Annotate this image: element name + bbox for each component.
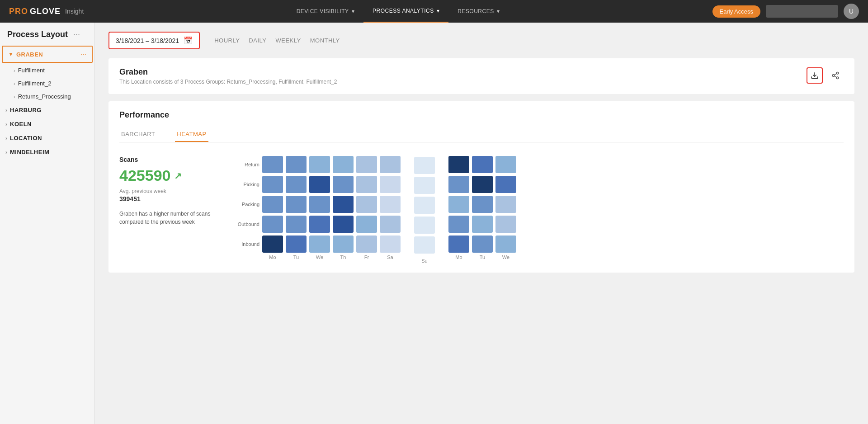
heatmap-row-su [414,157,435,254]
sidebar-header: Process Layout ··· [0,23,94,45]
group-name-harburg: HARBURG [10,107,89,113]
info-card-description: This Location consists of 3 Process Grou… [119,79,337,85]
info-card-actions [807,67,844,84]
performance-card: Performance BARCHART HEATMAP Scans 42559… [108,101,854,273]
heatmap-cell [472,156,493,173]
calendar-icon: 📅 [184,36,193,45]
heatmap-cell [380,216,401,233]
sidebar-item-returns-processing[interactable]: › Returns_Processing [14,90,94,103]
heatmap-cell [472,176,493,193]
tab-monthly[interactable]: MONTHLY [309,35,341,46]
scans-description: Graben has a higher number of scans comp… [119,210,219,226]
scans-value: 425590 ↗ [119,167,219,184]
heatmap-cell [286,216,307,233]
topnav: PROGLOVE Insight DEVICE VISIBILITY ▾ PRO… [0,0,868,23]
nav-process-analytics[interactable]: PROCESS ANALYTICS ▾ [363,0,448,23]
heatmap-row-outbound-w2 [448,216,516,233]
sidebar-title: Process Layout [7,30,68,39]
chevron-right-icon: › [5,121,7,127]
share-icon [831,71,840,80]
heatmap-cell [380,236,401,253]
heatmap-cell [495,156,516,173]
chart-tabs: BARCHART HEATMAP [119,127,844,142]
heatmap-cell [262,216,283,233]
date-picker[interactable]: 3/18/2021 – 3/18/2021 📅 [108,32,200,49]
heatmap-cell [356,176,377,193]
time-tabs: HOURLY DAILY WEEKLY MONTHLY [213,35,341,46]
chevron-right-icon: › [5,135,7,141]
sidebar-options-icon[interactable]: ··· [73,30,80,39]
group-name-mindelheim: MINDELHEIM [10,149,89,155]
group-options-icon[interactable]: ··· [80,50,86,58]
heatmap-cell [286,236,307,253]
svg-point-2 [832,75,835,77]
tab-daily[interactable]: DAILY [248,35,267,46]
heatmap-cell [262,156,283,173]
chart-content: Scans 425590 ↗ Avg. previous week 399451… [119,156,844,264]
heatmap-cell [448,156,469,173]
sidebar-group-koeln: › KOELN [0,117,94,131]
chevron-down-icon: ▼ [8,51,14,57]
tab-hourly[interactable]: HOURLY [213,35,241,46]
heatmap-cell [448,176,469,193]
nav-device-visibility[interactable]: DEVICE VISIBILITY ▾ [288,0,363,23]
sidebar-group-header-mindelheim[interactable]: › MINDELHEIM [0,145,94,159]
date-range-text: 3/18/2021 – 3/18/2021 [116,37,179,44]
search-bar[interactable] [766,5,838,18]
sidebar-group-header-location[interactable]: › LOCATION [0,131,94,145]
tab-heatmap[interactable]: HEATMAP [175,127,208,142]
early-access-button[interactable]: Early Access [712,5,760,18]
heatmap-cell [309,236,330,253]
sidebar-group-header-harburg[interactable]: › HARBURG [0,103,94,117]
heatmap-cell [448,236,469,253]
chevron-down-icon: ▾ [497,8,500,14]
heatmap-cell [333,176,354,193]
heatmap-sunday-col: Su [414,156,435,264]
share-button[interactable] [827,67,844,84]
sidebar-group-header-graben[interactable]: ▼ GRABEN ··· [2,46,93,63]
chevron-right-icon: › [14,68,15,73]
heatmap-cell [495,176,516,193]
avatar[interactable]: U [844,4,859,19]
heatmap-row-packing-w2 [448,196,516,213]
heatmap-cell [333,196,354,213]
heatmap-cell [286,176,307,193]
heatmap-label-picking: Picking [237,182,259,187]
sidebar-group-header-koeln[interactable]: › KOELN [0,117,94,131]
heatmap-cell [309,216,330,233]
scans-label: Scans [119,156,219,163]
chevron-right-icon: › [14,94,15,99]
heatmap-cell [309,196,330,213]
tab-barchart[interactable]: BARCHART [119,127,157,142]
tab-weekly[interactable]: WEEKLY [274,35,302,46]
heatmap-cell [309,176,330,193]
download-button[interactable] [807,67,823,84]
sidebar-group-graben: ▼ GRABEN ··· › Fulfillment › Fulfillment… [0,46,94,103]
sidebar-item-fulfillment[interactable]: › Fulfillment [14,64,94,77]
graben-sub-items: › Fulfillment › Fulfillment_2 › Returns_… [0,64,94,103]
svg-line-5 [834,74,836,75]
heatmap-day-labels-week1: Mo Tu We Th Fr Sa [237,254,401,260]
heatmap-grid-week2 [448,156,516,253]
heatmap-day-labels-week2: Mo Tu We [448,254,516,260]
main-content: 3/18/2021 – 3/18/2021 📅 HOURLY DAILY WEE… [95,23,868,424]
heatmap-label-outbound: Outbound [237,221,259,227]
info-card-title: Graben [119,67,337,77]
heatmap-cell [448,216,469,233]
nav-right: Early Access U [712,4,859,19]
sidebar-item-fulfillment2[interactable]: › Fulfillment_2 [14,77,94,90]
nav-resources[interactable]: RESOURCES ▾ [448,0,509,23]
heatmap-cell [333,216,354,233]
heatmap-label-packing: Packing [237,202,259,207]
heatmap-row-picking: Picking [237,176,401,193]
heatmap-row-return: Return [237,156,401,173]
chevron-down-icon: ▾ [352,8,355,14]
heatmap-cell [472,196,493,213]
performance-title: Performance [119,110,844,120]
heatmap-week1: Return Picking [237,156,401,264]
heatmap-grid-week1: Return Picking [237,156,401,253]
heatmap-cell [333,236,354,253]
heatmap-cell [472,236,493,253]
download-icon [811,71,819,80]
heatmap-cell [333,156,354,173]
